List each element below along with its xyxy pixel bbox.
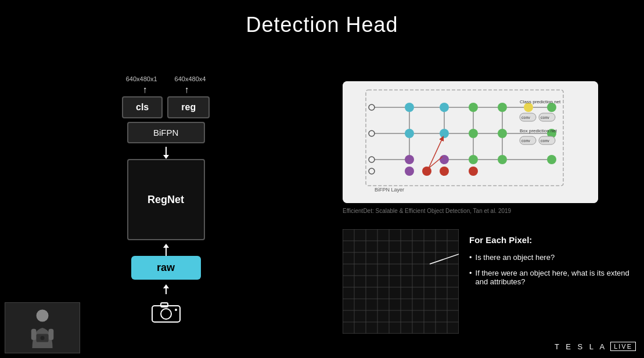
efficientdet-diagram: BiFPN Layer xyxy=(343,81,598,203)
pixel-bullet-2: • If there were an object here, what is … xyxy=(469,269,632,286)
svg-point-26 xyxy=(469,167,478,176)
svg-point-18 xyxy=(422,167,431,176)
tesla-text: T E S L A xyxy=(555,342,607,351)
bullet-dot-1: • xyxy=(469,253,472,262)
svg-point-20 xyxy=(440,129,449,138)
svg-point-28 xyxy=(498,129,507,138)
connector-camera xyxy=(163,284,169,294)
speaker-thumbnail xyxy=(5,302,80,353)
pixel-info-section: For Each Pixel: • Is there an object her… xyxy=(469,235,632,293)
svg-point-25 xyxy=(469,155,478,164)
pixel-grid xyxy=(343,229,459,334)
citation-text: EfficientDet: Scalable & Efficient Objec… xyxy=(343,208,511,214)
reg-box: reg xyxy=(167,96,210,118)
pixel-bullet-1: • Is there an object here? xyxy=(469,253,632,262)
connector-up xyxy=(163,244,169,256)
svg-point-1 xyxy=(161,309,171,319)
page-title: Detection Head xyxy=(0,0,644,37)
regnet-box: RegNet xyxy=(127,159,205,240)
svg-point-24 xyxy=(469,129,478,138)
svg-text:BiFPN Layer: BiFPN Layer xyxy=(375,187,404,193)
svg-point-3 xyxy=(175,309,177,311)
svg-rect-87 xyxy=(49,329,54,340)
svg-text:conv: conv xyxy=(521,115,530,120)
raw-box: raw xyxy=(131,256,201,280)
svg-point-27 xyxy=(498,103,507,112)
arrow-up-right: ↑ xyxy=(185,85,189,95)
size-labels: 640x480x1 640x480x4 xyxy=(126,75,206,82)
svg-point-19 xyxy=(440,103,449,112)
svg-text:conv: conv xyxy=(541,139,549,143)
bifpn-box: BiFPN xyxy=(127,122,205,143)
left-diagram: 640x480x1 640x480x4 ↑ ↑ cls reg BiFPN Re… xyxy=(122,75,210,324)
live-badge: LIVE xyxy=(610,342,636,351)
camera-icon xyxy=(150,299,182,324)
svg-text:Class prediction net: Class prediction net xyxy=(520,99,561,104)
pixel-title: For Each Pixel: xyxy=(469,235,632,245)
svg-point-17 xyxy=(405,167,414,176)
bullet-dot-2: • xyxy=(469,269,472,286)
tesla-logo: T E S L A LIVE xyxy=(555,342,636,351)
svg-point-21 xyxy=(440,155,449,164)
cls-box: cls xyxy=(122,96,163,118)
svg-rect-86 xyxy=(31,329,37,340)
arrow-up-left: ↑ xyxy=(143,85,147,95)
svg-point-29 xyxy=(498,155,507,164)
svg-point-85 xyxy=(37,310,49,322)
svg-text:Box prediction net: Box prediction net xyxy=(520,128,557,133)
svg-text:conv: conv xyxy=(541,115,549,120)
cls-size-label: 640x480x1 xyxy=(126,75,157,82)
svg-point-89 xyxy=(41,336,45,340)
svg-point-33 xyxy=(547,155,556,164)
svg-point-16 xyxy=(405,155,414,164)
connector-down xyxy=(163,147,169,159)
cls-reg-row: cls reg xyxy=(122,96,210,118)
reg-size-label: 640x480x4 xyxy=(175,75,206,82)
arrows-up: ↑ ↑ xyxy=(143,85,189,95)
svg-point-15 xyxy=(405,129,414,138)
svg-text:conv: conv xyxy=(521,139,530,143)
svg-point-22 xyxy=(440,167,449,176)
svg-point-14 xyxy=(405,103,414,112)
svg-point-23 xyxy=(469,103,478,112)
